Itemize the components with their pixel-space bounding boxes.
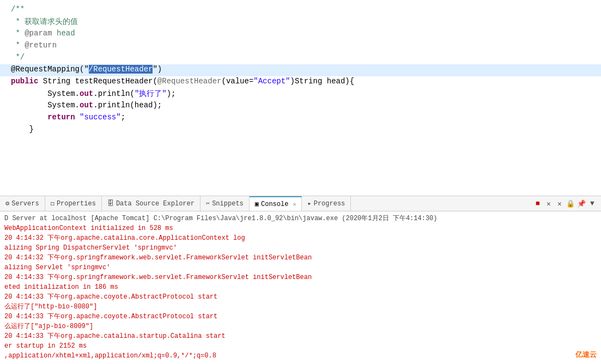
- bottom-panel: ⚙Servers◻Properties🗄Data Source Explorer…: [0, 196, 601, 364]
- tab-icon-snippets: ✂: [206, 199, 210, 208]
- code-token: );: [167, 89, 176, 98]
- tab-label-properties: Properties: [57, 200, 96, 208]
- code-token: */: [11, 53, 25, 62]
- close-button[interactable]: ✕: [544, 199, 553, 208]
- watermark-logo: 亿速云: [575, 350, 597, 360]
- code-token: public: [11, 77, 38, 86]
- console-line: 20 4:14:33 下午org.apache.coyote.AbstractP…: [4, 312, 597, 321]
- code-token: (value=: [221, 77, 253, 86]
- code-token: out: [80, 89, 93, 98]
- code-token: "执行了": [135, 89, 167, 99]
- code-line: System.out.println("执行了");: [0, 88, 601, 100]
- tab-servers[interactable]: ⚙Servers: [0, 196, 45, 211]
- code-token: System.: [11, 89, 80, 98]
- clear-button[interactable]: ✕: [555, 199, 564, 208]
- console-header: D Server at localhost [Apache Tomcat] C:…: [4, 214, 597, 223]
- console-line: er startup in 2152 ms: [4, 341, 597, 351]
- console-line: 么运行了["ajp-bio-8009"]: [4, 321, 597, 331]
- view-menu-button[interactable]: ▼: [588, 199, 597, 208]
- console-line: ,application/xhtml+xml,application/xml;q…: [4, 351, 597, 361]
- pin-button[interactable]: 📌: [577, 199, 586, 208]
- tab-toolbar: ■ ✕ ✕ 🔒 📌 ▼: [533, 199, 601, 208]
- console-content: D Server at localhost [Apache Tomcat] C:…: [0, 211, 601, 364]
- console-line: alizing Servlet 'springmvc': [4, 263, 597, 272]
- code-token: /RequestHeader: [89, 65, 153, 74]
- code-line: return "success";: [0, 112, 601, 124]
- code-line: }: [0, 124, 601, 136]
- code-line: * @param head: [0, 28, 601, 40]
- code-token: [75, 113, 80, 122]
- watermark: 亿速云: [575, 350, 597, 360]
- code-token: }: [11, 125, 34, 134]
- tab-properties[interactable]: ◻Properties: [45, 196, 102, 211]
- code-token: /**: [11, 5, 25, 14]
- tab-datasource[interactable]: 🗄Data Source Explorer: [102, 196, 201, 211]
- code-editor: /** * 获取请求头的值 * @param head * @return */…: [0, 0, 601, 196]
- tab-icon-servers: ⚙: [5, 199, 9, 208]
- tab-icon-progress: ▸: [307, 199, 311, 208]
- tab-icon-properties: ◻: [51, 199, 54, 208]
- code-token: *: [11, 29, 25, 38]
- code-token: String testRequestHeader(: [38, 77, 157, 86]
- stop-button[interactable]: ■: [533, 199, 542, 208]
- tab-label-progress: Progress: [314, 200, 345, 208]
- tab-label-servers: Servers: [11, 200, 39, 208]
- code-token: System.: [11, 101, 80, 110]
- code-token: out: [80, 101, 93, 110]
- code-token: *: [11, 41, 25, 50]
- console-line: 20 4:14:32 下午org.apache.catalina.core.Ap…: [4, 233, 597, 243]
- code-token: "success": [80, 113, 121, 122]
- code-token: ;: [121, 113, 125, 122]
- scroll-lock-button[interactable]: 🔒: [566, 199, 575, 208]
- code-line: * 获取请求头的值: [0, 16, 601, 28]
- console-line: 20 4:14:33 下午org.apache.catalina.startup…: [4, 331, 597, 341]
- tab-console[interactable]: ▣Console✕: [250, 196, 302, 211]
- console-line: WebApplicationContext initialized in 528…: [4, 223, 597, 233]
- code-line: @RequestMapping("/RequestHeader"): [0, 64, 601, 76]
- code-token: [11, 113, 47, 122]
- tab-icon-console: ▣: [255, 200, 259, 208]
- tab-close-console[interactable]: ✕: [293, 201, 296, 208]
- console-line: eted initialization in 186 ms: [4, 282, 597, 292]
- code-token: )String head){: [290, 77, 355, 86]
- console-line: 么运行了["http-bio-8080"]: [4, 302, 597, 312]
- code-token: .println(: [93, 89, 135, 98]
- console-line: 20 4:14:33 下午org.apache.coyote.AbstractP…: [4, 292, 597, 302]
- code-line: * @return: [0, 40, 601, 52]
- code-token: @RequestMapping(": [11, 65, 89, 74]
- code-token: "Accept": [253, 77, 290, 86]
- tab-progress[interactable]: ▸Progress: [302, 196, 351, 211]
- code-token: @RequestHeader: [157, 77, 222, 86]
- code-token: return: [47, 113, 75, 122]
- code-token: .println(head);: [93, 101, 162, 110]
- console-line: 20 4:14:32 下午org.springframework.web.ser…: [4, 253, 597, 263]
- code-token: @param: [25, 29, 52, 38]
- tab-snippets[interactable]: ✂Snippets: [201, 196, 250, 211]
- code-token: head: [52, 29, 75, 38]
- console-line: alizing Spring DispatcherServlet 'spring…: [4, 243, 597, 253]
- code-line: /**: [0, 4, 601, 16]
- code-line: System.out.println(head);: [0, 100, 601, 112]
- console-line: 20 4:14:33 下午org.springframework.web.ser…: [4, 272, 597, 282]
- tab-label-datasource: Data Source Explorer: [116, 200, 195, 208]
- code-line: public String testRequestHeader(@Request…: [0, 76, 601, 88]
- tab-icon-datasource: 🗄: [107, 199, 114, 208]
- code-token: @return: [25, 41, 57, 50]
- code-line: */: [0, 52, 601, 64]
- code-token: "): [153, 65, 162, 74]
- code-token: *: [11, 17, 25, 26]
- tab-label-console: Console: [261, 201, 288, 208]
- tab-bar: ⚙Servers◻Properties🗄Data Source Explorer…: [0, 196, 601, 211]
- code-token: 获取请求头的值: [25, 17, 78, 27]
- tab-label-snippets: Snippets: [212, 200, 244, 208]
